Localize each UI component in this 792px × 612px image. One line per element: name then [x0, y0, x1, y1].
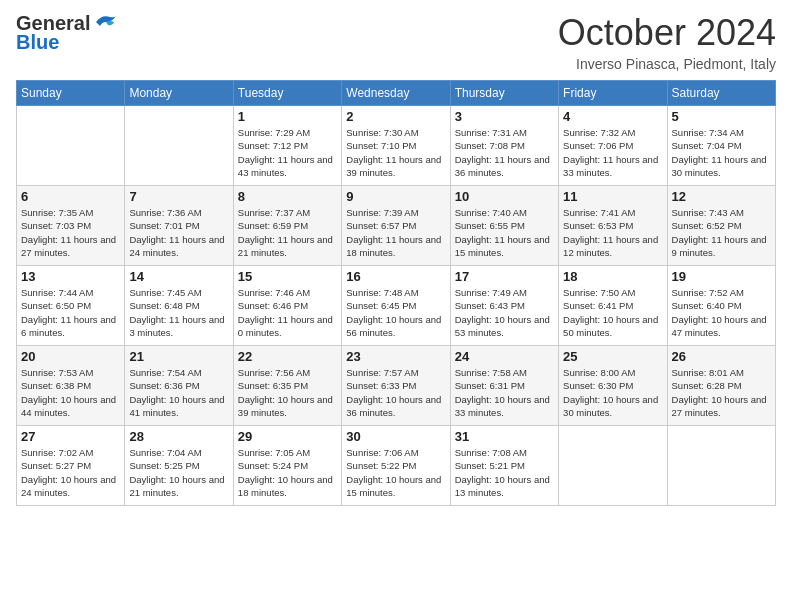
cell-info: Sunrise: 8:00 AM Sunset: 6:30 PM Dayligh… [563, 366, 662, 419]
day-number: 10 [455, 189, 554, 204]
day-number: 22 [238, 349, 337, 364]
cell-3-0: 20Sunrise: 7:53 AM Sunset: 6:38 PM Dayli… [17, 346, 125, 426]
cell-info: Sunrise: 7:43 AM Sunset: 6:52 PM Dayligh… [672, 206, 771, 259]
day-number: 11 [563, 189, 662, 204]
header-sunday: Sunday [17, 81, 125, 106]
cell-1-3: 9Sunrise: 7:39 AM Sunset: 6:57 PM Daylig… [342, 186, 450, 266]
day-number: 1 [238, 109, 337, 124]
cell-info: Sunrise: 7:05 AM Sunset: 5:24 PM Dayligh… [238, 446, 337, 499]
week-row-1: 1Sunrise: 7:29 AM Sunset: 7:12 PM Daylig… [17, 106, 776, 186]
location: Inverso Pinasca, Piedmont, Italy [558, 56, 776, 72]
cell-info: Sunrise: 8:01 AM Sunset: 6:28 PM Dayligh… [672, 366, 771, 419]
day-number: 4 [563, 109, 662, 124]
cell-info: Sunrise: 7:52 AM Sunset: 6:40 PM Dayligh… [672, 286, 771, 339]
day-number: 20 [21, 349, 120, 364]
logo-bird-icon [92, 12, 118, 32]
cell-info: Sunrise: 7:08 AM Sunset: 5:21 PM Dayligh… [455, 446, 554, 499]
week-row-4: 20Sunrise: 7:53 AM Sunset: 6:38 PM Dayli… [17, 346, 776, 426]
week-row-2: 6Sunrise: 7:35 AM Sunset: 7:03 PM Daylig… [17, 186, 776, 266]
cell-info: Sunrise: 7:44 AM Sunset: 6:50 PM Dayligh… [21, 286, 120, 339]
cell-info: Sunrise: 7:37 AM Sunset: 6:59 PM Dayligh… [238, 206, 337, 259]
cell-0-6: 5Sunrise: 7:34 AM Sunset: 7:04 PM Daylig… [667, 106, 775, 186]
title-area: October 2024 Inverso Pinasca, Piedmont, … [558, 12, 776, 72]
cell-info: Sunrise: 7:06 AM Sunset: 5:22 PM Dayligh… [346, 446, 445, 499]
cell-0-1 [125, 106, 233, 186]
cell-2-1: 14Sunrise: 7:45 AM Sunset: 6:48 PM Dayli… [125, 266, 233, 346]
cell-0-2: 1Sunrise: 7:29 AM Sunset: 7:12 PM Daylig… [233, 106, 341, 186]
cell-4-0: 27Sunrise: 7:02 AM Sunset: 5:27 PM Dayli… [17, 426, 125, 506]
cell-1-2: 8Sunrise: 7:37 AM Sunset: 6:59 PM Daylig… [233, 186, 341, 266]
cell-1-4: 10Sunrise: 7:40 AM Sunset: 6:55 PM Dayli… [450, 186, 558, 266]
cell-4-4: 31Sunrise: 7:08 AM Sunset: 5:21 PM Dayli… [450, 426, 558, 506]
day-number: 3 [455, 109, 554, 124]
cell-info: Sunrise: 7:50 AM Sunset: 6:41 PM Dayligh… [563, 286, 662, 339]
cell-1-5: 11Sunrise: 7:41 AM Sunset: 6:53 PM Dayli… [559, 186, 667, 266]
calendar-table: SundayMondayTuesdayWednesdayThursdayFrid… [16, 80, 776, 506]
cell-3-6: 26Sunrise: 8:01 AM Sunset: 6:28 PM Dayli… [667, 346, 775, 426]
cell-info: Sunrise: 7:54 AM Sunset: 6:36 PM Dayligh… [129, 366, 228, 419]
cell-info: Sunrise: 7:36 AM Sunset: 7:01 PM Dayligh… [129, 206, 228, 259]
day-number: 27 [21, 429, 120, 444]
cell-2-3: 16Sunrise: 7:48 AM Sunset: 6:45 PM Dayli… [342, 266, 450, 346]
header-thursday: Thursday [450, 81, 558, 106]
cell-info: Sunrise: 7:30 AM Sunset: 7:10 PM Dayligh… [346, 126, 445, 179]
day-number: 14 [129, 269, 228, 284]
cell-info: Sunrise: 7:53 AM Sunset: 6:38 PM Dayligh… [21, 366, 120, 419]
cell-2-4: 17Sunrise: 7:49 AM Sunset: 6:43 PM Dayli… [450, 266, 558, 346]
cell-info: Sunrise: 7:58 AM Sunset: 6:31 PM Dayligh… [455, 366, 554, 419]
cell-0-4: 3Sunrise: 7:31 AM Sunset: 7:08 PM Daylig… [450, 106, 558, 186]
cell-2-5: 18Sunrise: 7:50 AM Sunset: 6:41 PM Dayli… [559, 266, 667, 346]
header-row: SundayMondayTuesdayWednesdayThursdayFrid… [17, 81, 776, 106]
cell-info: Sunrise: 7:39 AM Sunset: 6:57 PM Dayligh… [346, 206, 445, 259]
cell-info: Sunrise: 7:48 AM Sunset: 6:45 PM Dayligh… [346, 286, 445, 339]
week-row-3: 13Sunrise: 7:44 AM Sunset: 6:50 PM Dayli… [17, 266, 776, 346]
day-number: 26 [672, 349, 771, 364]
day-number: 28 [129, 429, 228, 444]
day-number: 5 [672, 109, 771, 124]
cell-3-5: 25Sunrise: 8:00 AM Sunset: 6:30 PM Dayli… [559, 346, 667, 426]
month-title: October 2024 [558, 12, 776, 54]
logo: General Blue [16, 12, 118, 54]
header-monday: Monday [125, 81, 233, 106]
cell-0-5: 4Sunrise: 7:32 AM Sunset: 7:06 PM Daylig… [559, 106, 667, 186]
cell-info: Sunrise: 7:41 AM Sunset: 6:53 PM Dayligh… [563, 206, 662, 259]
day-number: 7 [129, 189, 228, 204]
cell-4-1: 28Sunrise: 7:04 AM Sunset: 5:25 PM Dayli… [125, 426, 233, 506]
cell-3-4: 24Sunrise: 7:58 AM Sunset: 6:31 PM Dayli… [450, 346, 558, 426]
logo-blue: Blue [16, 31, 59, 54]
day-number: 15 [238, 269, 337, 284]
week-row-5: 27Sunrise: 7:02 AM Sunset: 5:27 PM Dayli… [17, 426, 776, 506]
cell-0-3: 2Sunrise: 7:30 AM Sunset: 7:10 PM Daylig… [342, 106, 450, 186]
day-number: 8 [238, 189, 337, 204]
cell-2-2: 15Sunrise: 7:46 AM Sunset: 6:46 PM Dayli… [233, 266, 341, 346]
cell-info: Sunrise: 7:40 AM Sunset: 6:55 PM Dayligh… [455, 206, 554, 259]
day-number: 24 [455, 349, 554, 364]
day-number: 21 [129, 349, 228, 364]
cell-info: Sunrise: 7:34 AM Sunset: 7:04 PM Dayligh… [672, 126, 771, 179]
cell-2-6: 19Sunrise: 7:52 AM Sunset: 6:40 PM Dayli… [667, 266, 775, 346]
day-number: 31 [455, 429, 554, 444]
cell-3-3: 23Sunrise: 7:57 AM Sunset: 6:33 PM Dayli… [342, 346, 450, 426]
cell-1-1: 7Sunrise: 7:36 AM Sunset: 7:01 PM Daylig… [125, 186, 233, 266]
cell-info: Sunrise: 7:57 AM Sunset: 6:33 PM Dayligh… [346, 366, 445, 419]
header: General Blue October 2024 Inverso Pinasc… [16, 12, 776, 72]
cell-3-2: 22Sunrise: 7:56 AM Sunset: 6:35 PM Dayli… [233, 346, 341, 426]
cell-info: Sunrise: 7:31 AM Sunset: 7:08 PM Dayligh… [455, 126, 554, 179]
cell-info: Sunrise: 7:02 AM Sunset: 5:27 PM Dayligh… [21, 446, 120, 499]
cell-4-2: 29Sunrise: 7:05 AM Sunset: 5:24 PM Dayli… [233, 426, 341, 506]
cell-info: Sunrise: 7:29 AM Sunset: 7:12 PM Dayligh… [238, 126, 337, 179]
cell-0-0 [17, 106, 125, 186]
cell-info: Sunrise: 7:56 AM Sunset: 6:35 PM Dayligh… [238, 366, 337, 419]
day-number: 9 [346, 189, 445, 204]
cell-1-0: 6Sunrise: 7:35 AM Sunset: 7:03 PM Daylig… [17, 186, 125, 266]
header-wednesday: Wednesday [342, 81, 450, 106]
cell-3-1: 21Sunrise: 7:54 AM Sunset: 6:36 PM Dayli… [125, 346, 233, 426]
day-number: 25 [563, 349, 662, 364]
day-number: 12 [672, 189, 771, 204]
cell-info: Sunrise: 7:46 AM Sunset: 6:46 PM Dayligh… [238, 286, 337, 339]
cell-1-6: 12Sunrise: 7:43 AM Sunset: 6:52 PM Dayli… [667, 186, 775, 266]
header-tuesday: Tuesday [233, 81, 341, 106]
day-number: 29 [238, 429, 337, 444]
day-number: 17 [455, 269, 554, 284]
cell-4-3: 30Sunrise: 7:06 AM Sunset: 5:22 PM Dayli… [342, 426, 450, 506]
